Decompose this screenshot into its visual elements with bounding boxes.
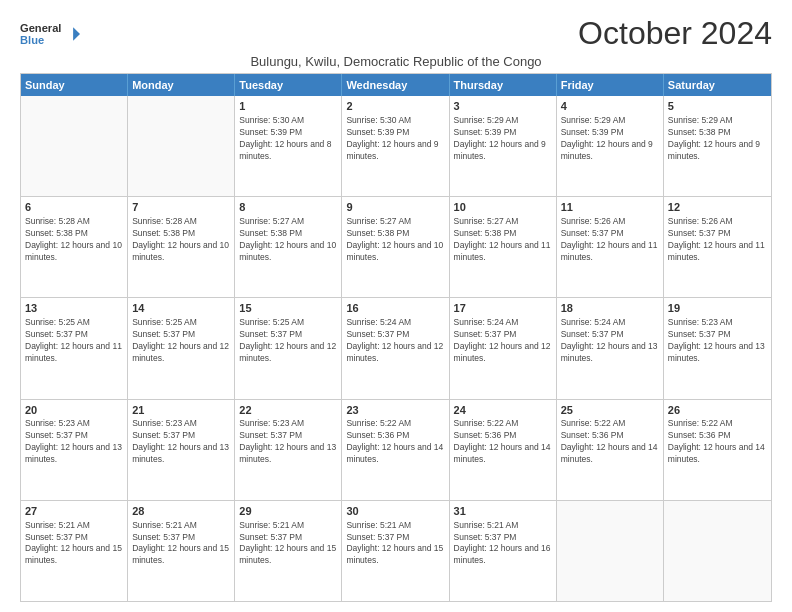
month-title: October 2024	[578, 16, 772, 51]
day-number: 25	[561, 403, 659, 418]
day-number: 19	[668, 301, 767, 316]
day-header-monday: Monday	[128, 74, 235, 96]
day-number: 20	[25, 403, 123, 418]
day-info: Sunrise: 5:29 AM Sunset: 5:39 PM Dayligh…	[561, 115, 659, 163]
day-cell-14: 14Sunrise: 5:25 AM Sunset: 5:37 PM Dayli…	[128, 298, 235, 398]
day-info: Sunrise: 5:24 AM Sunset: 5:37 PM Dayligh…	[346, 317, 444, 365]
day-number: 28	[132, 504, 230, 519]
day-header-saturday: Saturday	[664, 74, 771, 96]
day-cell-3: 3Sunrise: 5:29 AM Sunset: 5:39 PM Daylig…	[450, 96, 557, 196]
day-info: Sunrise: 5:21 AM Sunset: 5:37 PM Dayligh…	[25, 520, 123, 568]
day-header-wednesday: Wednesday	[342, 74, 449, 96]
day-info: Sunrise: 5:23 AM Sunset: 5:37 PM Dayligh…	[668, 317, 767, 365]
day-info: Sunrise: 5:27 AM Sunset: 5:38 PM Dayligh…	[454, 216, 552, 264]
day-cell-18: 18Sunrise: 5:24 AM Sunset: 5:37 PM Dayli…	[557, 298, 664, 398]
day-number: 8	[239, 200, 337, 215]
empty-cell	[557, 501, 664, 601]
day-cell-1: 1Sunrise: 5:30 AM Sunset: 5:39 PM Daylig…	[235, 96, 342, 196]
day-info: Sunrise: 5:24 AM Sunset: 5:37 PM Dayligh…	[454, 317, 552, 365]
day-number: 15	[239, 301, 337, 316]
day-info: Sunrise: 5:26 AM Sunset: 5:37 PM Dayligh…	[668, 216, 767, 264]
day-info: Sunrise: 5:25 AM Sunset: 5:37 PM Dayligh…	[132, 317, 230, 365]
calendar-week-2: 6Sunrise: 5:28 AM Sunset: 5:38 PM Daylig…	[21, 197, 771, 298]
day-info: Sunrise: 5:29 AM Sunset: 5:38 PM Dayligh…	[668, 115, 767, 163]
location-title: Bulungu, Kwilu, Democratic Republic of t…	[20, 54, 772, 69]
day-cell-31: 31Sunrise: 5:21 AM Sunset: 5:37 PM Dayli…	[450, 501, 557, 601]
day-cell-22: 22Sunrise: 5:23 AM Sunset: 5:37 PM Dayli…	[235, 400, 342, 500]
day-number: 17	[454, 301, 552, 316]
day-cell-5: 5Sunrise: 5:29 AM Sunset: 5:38 PM Daylig…	[664, 96, 771, 196]
day-number: 30	[346, 504, 444, 519]
day-info: Sunrise: 5:30 AM Sunset: 5:39 PM Dayligh…	[346, 115, 444, 163]
day-number: 12	[668, 200, 767, 215]
day-number: 1	[239, 99, 337, 114]
day-info: Sunrise: 5:29 AM Sunset: 5:39 PM Dayligh…	[454, 115, 552, 163]
day-info: Sunrise: 5:27 AM Sunset: 5:38 PM Dayligh…	[239, 216, 337, 264]
day-number: 13	[25, 301, 123, 316]
day-cell-19: 19Sunrise: 5:23 AM Sunset: 5:37 PM Dayli…	[664, 298, 771, 398]
day-info: Sunrise: 5:28 AM Sunset: 5:38 PM Dayligh…	[25, 216, 123, 264]
day-number: 18	[561, 301, 659, 316]
day-info: Sunrise: 5:23 AM Sunset: 5:37 PM Dayligh…	[25, 418, 123, 466]
day-number: 10	[454, 200, 552, 215]
day-info: Sunrise: 5:22 AM Sunset: 5:36 PM Dayligh…	[668, 418, 767, 466]
day-cell-6: 6Sunrise: 5:28 AM Sunset: 5:38 PM Daylig…	[21, 197, 128, 297]
day-cell-26: 26Sunrise: 5:22 AM Sunset: 5:36 PM Dayli…	[664, 400, 771, 500]
day-info: Sunrise: 5:30 AM Sunset: 5:39 PM Dayligh…	[239, 115, 337, 163]
day-info: Sunrise: 5:21 AM Sunset: 5:37 PM Dayligh…	[239, 520, 337, 568]
calendar-week-1: 1Sunrise: 5:30 AM Sunset: 5:39 PM Daylig…	[21, 96, 771, 197]
day-number: 9	[346, 200, 444, 215]
calendar-week-5: 27Sunrise: 5:21 AM Sunset: 5:37 PM Dayli…	[21, 501, 771, 601]
day-number: 31	[454, 504, 552, 519]
day-cell-29: 29Sunrise: 5:21 AM Sunset: 5:37 PM Dayli…	[235, 501, 342, 601]
day-header-thursday: Thursday	[450, 74, 557, 96]
calendar-week-4: 20Sunrise: 5:23 AM Sunset: 5:37 PM Dayli…	[21, 400, 771, 501]
day-number: 11	[561, 200, 659, 215]
day-cell-23: 23Sunrise: 5:22 AM Sunset: 5:36 PM Dayli…	[342, 400, 449, 500]
day-cell-21: 21Sunrise: 5:23 AM Sunset: 5:37 PM Dayli…	[128, 400, 235, 500]
day-cell-10: 10Sunrise: 5:27 AM Sunset: 5:38 PM Dayli…	[450, 197, 557, 297]
day-info: Sunrise: 5:25 AM Sunset: 5:37 PM Dayligh…	[239, 317, 337, 365]
day-info: Sunrise: 5:27 AM Sunset: 5:38 PM Dayligh…	[346, 216, 444, 264]
day-number: 3	[454, 99, 552, 114]
day-info: Sunrise: 5:23 AM Sunset: 5:37 PM Dayligh…	[132, 418, 230, 466]
day-number: 29	[239, 504, 337, 519]
svg-text:General: General	[20, 22, 61, 34]
day-info: Sunrise: 5:22 AM Sunset: 5:36 PM Dayligh…	[561, 418, 659, 466]
day-info: Sunrise: 5:25 AM Sunset: 5:37 PM Dayligh…	[25, 317, 123, 365]
day-cell-11: 11Sunrise: 5:26 AM Sunset: 5:37 PM Dayli…	[557, 197, 664, 297]
logo: General Blue	[20, 16, 80, 52]
day-number: 7	[132, 200, 230, 215]
day-info: Sunrise: 5:23 AM Sunset: 5:37 PM Dayligh…	[239, 418, 337, 466]
empty-cell	[21, 96, 128, 196]
day-cell-17: 17Sunrise: 5:24 AM Sunset: 5:37 PM Dayli…	[450, 298, 557, 398]
day-header-friday: Friday	[557, 74, 664, 96]
day-number: 6	[25, 200, 123, 215]
day-cell-16: 16Sunrise: 5:24 AM Sunset: 5:37 PM Dayli…	[342, 298, 449, 398]
empty-cell	[664, 501, 771, 601]
day-cell-28: 28Sunrise: 5:21 AM Sunset: 5:37 PM Dayli…	[128, 501, 235, 601]
day-cell-13: 13Sunrise: 5:25 AM Sunset: 5:37 PM Dayli…	[21, 298, 128, 398]
day-cell-20: 20Sunrise: 5:23 AM Sunset: 5:37 PM Dayli…	[21, 400, 128, 500]
day-cell-30: 30Sunrise: 5:21 AM Sunset: 5:37 PM Dayli…	[342, 501, 449, 601]
day-cell-2: 2Sunrise: 5:30 AM Sunset: 5:39 PM Daylig…	[342, 96, 449, 196]
day-cell-9: 9Sunrise: 5:27 AM Sunset: 5:38 PM Daylig…	[342, 197, 449, 297]
day-number: 21	[132, 403, 230, 418]
day-cell-15: 15Sunrise: 5:25 AM Sunset: 5:37 PM Dayli…	[235, 298, 342, 398]
svg-text:Blue: Blue	[20, 34, 44, 46]
day-header-sunday: Sunday	[21, 74, 128, 96]
day-number: 16	[346, 301, 444, 316]
calendar-body: 1Sunrise: 5:30 AM Sunset: 5:39 PM Daylig…	[21, 96, 771, 601]
day-info: Sunrise: 5:21 AM Sunset: 5:37 PM Dayligh…	[132, 520, 230, 568]
calendar: SundayMondayTuesdayWednesdayThursdayFrid…	[20, 73, 772, 602]
day-info: Sunrise: 5:21 AM Sunset: 5:37 PM Dayligh…	[346, 520, 444, 568]
empty-cell	[128, 96, 235, 196]
calendar-week-3: 13Sunrise: 5:25 AM Sunset: 5:37 PM Dayli…	[21, 298, 771, 399]
day-cell-8: 8Sunrise: 5:27 AM Sunset: 5:38 PM Daylig…	[235, 197, 342, 297]
day-number: 2	[346, 99, 444, 114]
day-info: Sunrise: 5:24 AM Sunset: 5:37 PM Dayligh…	[561, 317, 659, 365]
day-cell-4: 4Sunrise: 5:29 AM Sunset: 5:39 PM Daylig…	[557, 96, 664, 196]
day-number: 4	[561, 99, 659, 114]
day-cell-27: 27Sunrise: 5:21 AM Sunset: 5:37 PM Dayli…	[21, 501, 128, 601]
day-number: 27	[25, 504, 123, 519]
